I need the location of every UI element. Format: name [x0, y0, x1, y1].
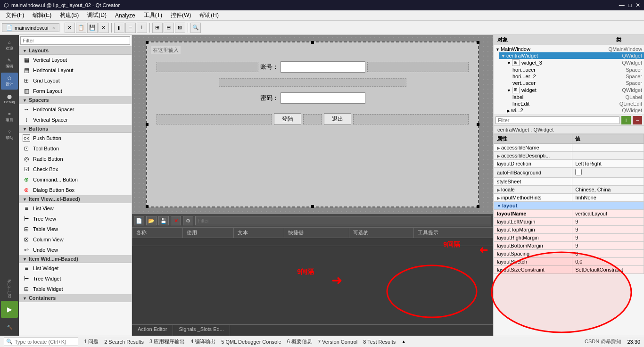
tree-item-mainwindow[interactable]: MainWindow QMainWindow	[494, 46, 644, 52]
tab-signals-slots[interactable]: Signals _Slots Ed...	[173, 325, 230, 336]
menu-edit[interactable]: 编辑(E)	[29, 10, 55, 20]
toolbar-btn-10[interactable]: ⊠	[175, 23, 185, 33]
prop-row-input-method[interactable]: ▶inputMethodHints ImhNone	[494, 194, 644, 202]
widget-column-view[interactable]: ⊠ Column View	[19, 234, 132, 245]
autofill-checkbox[interactable]	[575, 169, 582, 175]
section-item-widgets[interactable]: Item Wid...m-Based)	[19, 255, 132, 263]
prop-row-left-margin[interactable]: layoutLeftMargin 9	[494, 218, 644, 226]
widget-filter-input[interactable]	[20, 36, 130, 45]
tree-item-widget3[interactable]: ⊞ widget_3 QWidget	[505, 59, 644, 66]
widget-horizontal-layout[interactable]: ▤ Horizontal Layout	[19, 65, 132, 75]
title-bar-controls[interactable]: — □ ✕	[619, 2, 640, 8]
prop-row-accessible-descr[interactable]: ▶accessibleDescripti...	[494, 152, 644, 160]
widget-filter[interactable]	[19, 35, 132, 47]
menu-debug[interactable]: 调试(D)	[83, 10, 110, 20]
toolbar-btn-3[interactable]: 💾	[87, 23, 98, 33]
status-test-results[interactable]: 8 Test Results	[363, 339, 396, 345]
file-tab-close[interactable]: ×	[52, 25, 55, 31]
properties-filter-input[interactable]	[495, 116, 619, 124]
prop-row-layout-name[interactable]: layoutName verticalLayout	[494, 210, 644, 218]
val-size-constraint[interactable]: SetDefaultConstraint	[572, 266, 644, 274]
password-input[interactable]	[281, 92, 365, 104]
val-autofill[interactable]	[572, 168, 644, 178]
toolbar-btn-6[interactable]: ≡	[125, 23, 136, 33]
val-input-method[interactable]: ImhNone	[572, 194, 644, 202]
section-layouts[interactable]: Layouts	[19, 47, 132, 55]
section-spacers[interactable]: Spacers	[19, 96, 132, 104]
widget-check-box[interactable]: ☑ Check Box	[19, 164, 132, 174]
status-compile-output[interactable]: 4 编译输出	[190, 338, 215, 345]
bottom-settings-btn[interactable]: ⚙	[183, 216, 193, 225]
status-search-input[interactable]	[15, 339, 76, 345]
logout-button[interactable]: 退出	[324, 113, 351, 125]
menu-file[interactable]: 文件(F)	[2, 10, 28, 20]
maximize-button[interactable]: □	[628, 2, 632, 8]
toolbar-btn-7[interactable]: ⊥	[137, 23, 147, 33]
section-buttons[interactable]: Buttons	[19, 125, 132, 133]
tree-item-label[interactable]: label QLabel	[511, 94, 644, 100]
menu-build[interactable]: 构建(B)	[56, 10, 83, 20]
status-expand-icon[interactable]: ▲	[401, 339, 406, 344]
val-accessible-name[interactable]	[572, 144, 644, 152]
section-containers[interactable]: Containers	[19, 294, 132, 302]
bottom-save-btn[interactable]: 💾	[158, 216, 169, 225]
status-qml-debugger[interactable]: 5 QML Debugger Console	[221, 339, 281, 345]
sidebar-design[interactable]: ⬡ 设计	[1, 73, 18, 90]
sidebar-debug[interactable]: ⬤ Debug	[1, 91, 18, 107]
val-bottom-margin[interactable]: 9	[572, 242, 644, 250]
remove-property-btn[interactable]: −	[633, 116, 642, 124]
prop-row-layout-direction[interactable]: layoutDirection LeftToRight	[494, 160, 644, 168]
tab-action-editor[interactable]: Action Editor	[132, 325, 173, 336]
sidebar-project[interactable]: ≡ 项目	[1, 108, 18, 125]
widget-table-view[interactable]: ⊟ Table View	[19, 224, 132, 234]
add-property-btn[interactable]: +	[621, 116, 631, 124]
prop-row-bottom-margin[interactable]: layoutBottomMargin 9	[494, 242, 644, 250]
widget-table-widget[interactable]: ⊟ Table Widget	[19, 284, 132, 294]
tree-item-widget[interactable]: ⊞ widget QWidget	[505, 86, 644, 94]
menu-help[interactable]: 帮助(H)	[196, 10, 223, 20]
menu-controls[interactable]: 控件(W)	[167, 10, 195, 20]
status-version-control[interactable]: 7 Version Control	[318, 339, 357, 345]
prop-row-size-constraint[interactable]: layoutSizeConstraint SetDefaultConstrain…	[494, 266, 644, 274]
widget-vertical-spacer[interactable]: ↕ Vertical Spacer	[19, 115, 132, 125]
tree-item-lineedit[interactable]: lineEdit QLineEdit	[511, 100, 644, 107]
toolbar-btn-11[interactable]: 🔍	[190, 23, 201, 33]
val-layout-direction[interactable]: LeftToRight	[572, 160, 644, 168]
sidebar-welcome[interactable]: ⌂ 欢迎	[1, 37, 18, 54]
login-button[interactable]: 登陆	[274, 113, 301, 125]
bottom-add-btn[interactable]: 📄	[134, 216, 144, 225]
canvas-area[interactable]: 在这里输入 账号： 密码：	[132, 35, 493, 214]
toolbar-btn-8[interactable]: ⊞	[152, 23, 163, 33]
canvas-form-container[interactable]: 在这里输入 账号： 密码：	[146, 41, 479, 207]
prop-row-accessible-name[interactable]: ▶accessibleName	[494, 144, 644, 152]
widget-tree-view[interactable]: ⊢ Tree View	[19, 214, 132, 224]
bottom-filter-input[interactable]	[195, 216, 491, 225]
toolbar-btn-2[interactable]: 📋	[76, 23, 86, 33]
widget-list-view[interactable]: ≡ List View	[19, 203, 132, 214]
widget-tool-button[interactable]: ⊡ Tool Button	[19, 143, 132, 154]
prop-row-autofill[interactable]: autoFillBackground	[494, 168, 644, 178]
val-right-margin[interactable]: 9	[572, 234, 644, 242]
widget-form-layout[interactable]: ▥ Form Layout	[19, 86, 132, 96]
val-left-margin[interactable]: 9	[572, 218, 644, 226]
status-app-output[interactable]: 3 应用程序输出	[149, 338, 185, 345]
toolbar-btn-9[interactable]: ⊟	[164, 23, 174, 33]
widget-vertical-layout[interactable]: ▦ Vertical Layout	[19, 55, 132, 65]
status-search-results[interactable]: 2 Search Results	[104, 339, 144, 345]
widget-dialog-button[interactable]: ⊗ Dialog Button Box	[19, 185, 132, 195]
bottom-open-btn[interactable]: 📂	[146, 216, 157, 225]
widget-list-widget[interactable]: ≡ List Widget	[19, 263, 132, 273]
sidebar-build[interactable]: 🔨	[1, 319, 18, 336]
account-input[interactable]	[281, 61, 365, 73]
prop-row-locale[interactable]: ▶locale Chinese, China	[494, 186, 644, 194]
tree-item-centralwidget[interactable]: centralWidget QWidget	[499, 52, 644, 59]
status-problems[interactable]: 1 问题	[84, 338, 99, 345]
widget-command-button[interactable]: ⊕ Command... Button	[19, 174, 132, 185]
toolbar-btn-5[interactable]: ⏸	[114, 23, 124, 33]
widget-radio-button[interactable]: ◎ Radio Button	[19, 154, 132, 164]
val-layout-name[interactable]: verticalLayout	[572, 210, 644, 218]
section-item-views[interactable]: Item View...el-Based)	[19, 195, 132, 203]
widget-horizontal-spacer[interactable]: ↔ Horizontal Spacer	[19, 104, 132, 115]
prop-row-stretch[interactable]: layoutStretch 0,0	[494, 258, 644, 266]
bottom-delete-btn[interactable]: ✕	[171, 216, 181, 225]
